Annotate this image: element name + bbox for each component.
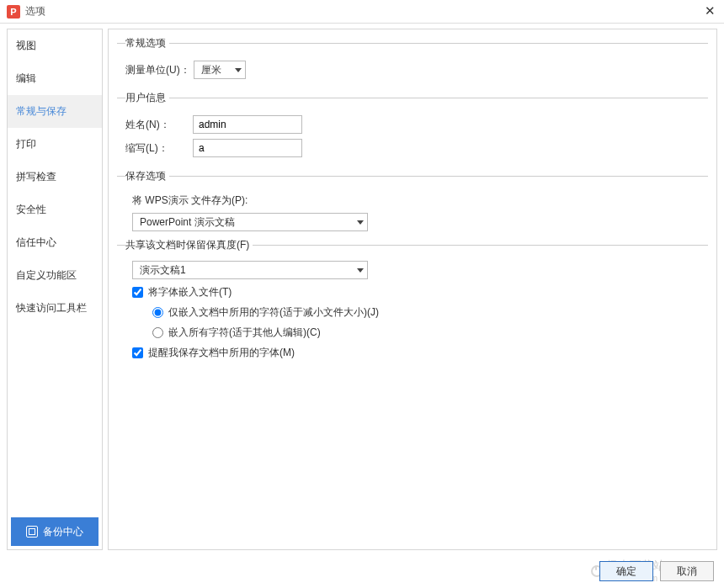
ok-button[interactable]: 确定 (599, 561, 653, 581)
embed-all-radio[interactable] (152, 327, 163, 338)
doc-combo[interactable]: 演示文稿1 (132, 261, 368, 279)
save-options-legend: 保存选项 (125, 169, 169, 183)
name-input[interactable] (193, 115, 302, 134)
general-options-legend: 常规选项 (125, 36, 169, 50)
saveas-combo-value: PowerPoint 演示文稿 (140, 215, 235, 230)
sidebar-item-print[interactable]: 打印 (8, 128, 102, 161)
embed-fonts-label: 将字体嵌入文件(T) (148, 285, 232, 299)
sidebar-item-security[interactable]: 安全性 (8, 193, 102, 226)
initials-input[interactable] (193, 139, 302, 157)
chevron-down-icon (357, 220, 364, 225)
sidebar-item-view[interactable]: 视图 (8, 29, 102, 62)
unit-combo[interactable]: 厘米 (194, 61, 246, 79)
fidelity-legend: 共享该文档时保留保真度(F) (125, 238, 253, 252)
user-info-legend: 用户信息 (125, 91, 169, 105)
sidebar-item-edit[interactable]: 编辑 (8, 62, 102, 95)
sidebar-list: 视图 编辑 常规与保存 打印 拼写检查 安全性 信任中心 自定义功能区 快速访问… (8, 29, 102, 514)
embed-all-label: 嵌入所有字符(适于其他人编辑)(C) (168, 326, 321, 340)
saveas-combo[interactable]: PowerPoint 演示文稿 (132, 213, 368, 231)
name-label: 姓名(N)： (125, 118, 189, 132)
fidelity-group: 共享该文档时保留保真度(F) 演示文稿1 将字体嵌入文件(T) 仅嵌入文档中所用… (117, 238, 708, 368)
sidebar: 视图 编辑 常规与保存 打印 拼写检查 安全性 信任中心 自定义功能区 快速访问… (7, 29, 103, 550)
unit-label: 测量单位(U)： (125, 63, 190, 77)
embed-used-only-label: 仅嵌入文档中所用的字符(适于减小文件大小)(J) (168, 305, 379, 320)
doc-combo-value: 演示文稿1 (140, 263, 186, 278)
general-options-group: 常规选项 测量单位(U)： 厘米 (117, 36, 708, 86)
initials-label: 缩写(L)： (125, 141, 189, 156)
backup-icon (26, 526, 38, 538)
save-options-group: 保存选项 将 WPS演示 文件存为(P): PowerPoint 演示文稿 (117, 169, 708, 233)
footer-buttons: 确定 取消 (599, 561, 714, 581)
window-title: 选项 (25, 4, 45, 19)
saveas-label: 将 WPS演示 文件存为(P): (132, 193, 248, 208)
embed-fonts-checkbox[interactable] (132, 287, 143, 298)
sidebar-item-quick-access[interactable]: 快速访问工具栏 (8, 292, 102, 325)
chevron-down-icon (357, 268, 364, 273)
sidebar-item-trust-center[interactable]: 信任中心 (8, 226, 102, 259)
backup-center-label: 备份中心 (43, 525, 83, 539)
titlebar: P 选项 ✕ (0, 0, 724, 24)
chevron-down-icon (235, 68, 242, 72)
close-button[interactable]: ✕ (702, 3, 717, 19)
content-panel: 常规选项 测量单位(U)： 厘米 用户信息 姓名(N)： 缩写(L)： 保存选项 (108, 29, 717, 550)
cancel-button[interactable]: 取消 (660, 561, 714, 581)
remind-label: 提醒我保存文档中所用的字体(M) (148, 346, 295, 360)
unit-combo-value: 厘米 (201, 63, 221, 77)
main-area: 视图 编辑 常规与保存 打印 拼写检查 安全性 信任中心 自定义功能区 快速访问… (0, 24, 724, 550)
backup-center-button[interactable]: 备份中心 (11, 517, 98, 546)
embed-used-only-radio[interactable] (152, 307, 163, 318)
sidebar-item-spellcheck[interactable]: 拼写检查 (8, 161, 102, 193)
remind-checkbox[interactable] (132, 347, 143, 358)
sidebar-item-customize-ribbon[interactable]: 自定义功能区 (8, 259, 102, 292)
sidebar-item-general-save[interactable]: 常规与保存 (8, 95, 102, 128)
user-info-group: 用户信息 姓名(N)： 缩写(L)： (117, 91, 708, 164)
app-icon: P (7, 5, 20, 19)
